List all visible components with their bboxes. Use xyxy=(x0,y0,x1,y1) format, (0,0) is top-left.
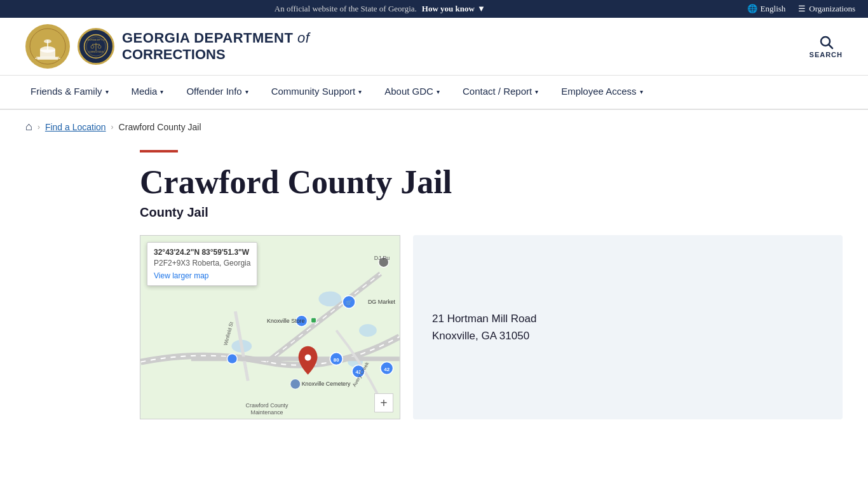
nav-community-support[interactable]: Community Support ▾ xyxy=(260,76,374,109)
official-text: An official website of the State of Geor… xyxy=(275,4,417,14)
organizations-label: Organizations xyxy=(809,4,855,14)
svg-text:42: 42 xyxy=(384,367,390,372)
seal-outer xyxy=(25,24,70,69)
svg-point-39 xyxy=(290,379,301,390)
site-title: GEORGIA DEPARTMENT of CORRECTIONS xyxy=(122,30,309,63)
address-line1: 21 Hortman Mill Road xyxy=(432,310,536,327)
svg-text:GEORGIA DEPT OF: GEORGIA DEPT OF xyxy=(86,39,105,41)
svg-point-4 xyxy=(44,39,51,43)
page-title-section: Crawford County Jail County Jail xyxy=(140,164,843,220)
map-plus-code: P2F2+9X3 Roberta, Georgia xyxy=(154,259,250,268)
address-text: 21 Hortman Mill Road Knoxville, GA 31050 xyxy=(432,310,536,344)
nav-offender-info[interactable]: Offender Info ▾ xyxy=(175,76,259,109)
svg-point-38 xyxy=(305,355,311,361)
svg-text:CORRECTIONS: CORRECTIONS xyxy=(88,51,104,53)
svg-text:80: 80 xyxy=(334,357,339,363)
main-content: Crawford County Jail County Jail xyxy=(0,144,868,445)
home-icon[interactable]: ⌂ xyxy=(25,120,32,133)
svg-rect-6 xyxy=(36,57,59,58)
agency-name: GEORGIA DEPARTMENT of xyxy=(122,30,309,46)
breadcrumb: ⌂ › Find a Location › Crawford County Ja… xyxy=(0,110,868,144)
nav-friends-family[interactable]: Friends & Family ▾ xyxy=(19,76,120,109)
map-tooltip: 32°43'24.2"N 83°59'51.3"W P2F2+9X3 Rober… xyxy=(147,242,257,286)
map-container: 80 42 42 🛒 DG Market Knoxville Store xyxy=(140,235,400,419)
site-header: GEORGIA DEPT OF CORRECTIONS GEORGIA DEPA… xyxy=(0,18,868,76)
main-navigation: Friends & Family ▾ Media ▾ Offender Info… xyxy=(0,76,868,110)
chevron-down-icon: ▾ xyxy=(160,88,163,95)
language-selector[interactable]: 🌐 English xyxy=(747,4,786,14)
svg-text:Crawford County: Crawford County xyxy=(246,402,288,409)
search-button[interactable]: SEARCH xyxy=(810,34,843,58)
svg-point-43 xyxy=(227,354,237,364)
chevron-down-icon: ▾ xyxy=(245,88,248,95)
chevron-down-icon: ▾ xyxy=(640,88,643,95)
svg-rect-7 xyxy=(35,58,60,59)
map-coordinates: 32°43'24.2"N 83°59'51.3"W xyxy=(154,248,250,257)
location-section: 80 42 42 🛒 DG Market Knoxville Store xyxy=(140,235,843,419)
svg-text:DJ Pu: DJ Pu xyxy=(374,255,390,261)
dept-name: CORRECTIONS xyxy=(122,46,309,63)
chevron-down-icon: ▾ xyxy=(358,88,362,95)
svg-text:Knoxville Cemetery: Knoxville Cemetery xyxy=(302,381,351,388)
chevron-down-icon: ▾ xyxy=(105,88,109,95)
svg-point-22 xyxy=(359,324,377,337)
breadcrumb-separator-2: › xyxy=(111,123,114,132)
svg-line-19 xyxy=(829,45,832,49)
address-card: 21 Hortman Mill Road Knoxville, GA 31050 xyxy=(413,235,843,419)
nav-media[interactable]: Media ▾ xyxy=(120,76,175,109)
svg-text:Knoxville Store: Knoxville Store xyxy=(267,318,305,324)
top-bar: An official website of the State of Geor… xyxy=(0,0,868,18)
svg-text:🛒: 🛒 xyxy=(346,299,352,306)
svg-text:DG Market: DG Market xyxy=(368,299,396,305)
how-you-know-button[interactable]: How you know ▼ xyxy=(422,4,485,14)
search-label: SEARCH xyxy=(810,51,843,58)
dept-seal: GEORGIA DEPT OF CORRECTIONS xyxy=(78,28,114,65)
svg-text:Maintenance: Maintenance xyxy=(250,409,283,416)
svg-rect-36 xyxy=(311,318,316,323)
nav-about-gdc[interactable]: About GDC ▾ xyxy=(373,76,451,109)
address-line2: Knoxville, GA 31050 xyxy=(432,327,536,344)
logo-group[interactable]: GEORGIA DEPT OF CORRECTIONS GEORGIA DEPA… xyxy=(25,24,309,69)
chevron-down-icon: ▾ xyxy=(437,88,440,95)
page-title: Crawford County Jail xyxy=(140,164,843,200)
globe-icon: 🌐 xyxy=(747,4,757,14)
nav-employee-access[interactable]: Employee Access ▾ xyxy=(550,76,654,109)
breadcrumb-separator: › xyxy=(37,123,40,132)
menu-icon: ☰ xyxy=(798,4,806,14)
accent-bar xyxy=(140,150,178,152)
nav-contact-report[interactable]: Contact / Report ▾ xyxy=(451,76,550,109)
chevron-down-icon: ▾ xyxy=(535,88,538,95)
breadcrumb-find-location[interactable]: Find a Location xyxy=(45,122,106,132)
map-zoom-in-button[interactable]: + xyxy=(374,393,393,412)
page-subtitle: County Jail xyxy=(140,205,843,220)
breadcrumb-current: Crawford County Jail xyxy=(119,122,201,132)
language-label: English xyxy=(761,4,786,14)
organizations-button[interactable]: ☰ Organizations xyxy=(798,4,855,14)
view-larger-map-link[interactable]: View larger map xyxy=(154,271,208,280)
